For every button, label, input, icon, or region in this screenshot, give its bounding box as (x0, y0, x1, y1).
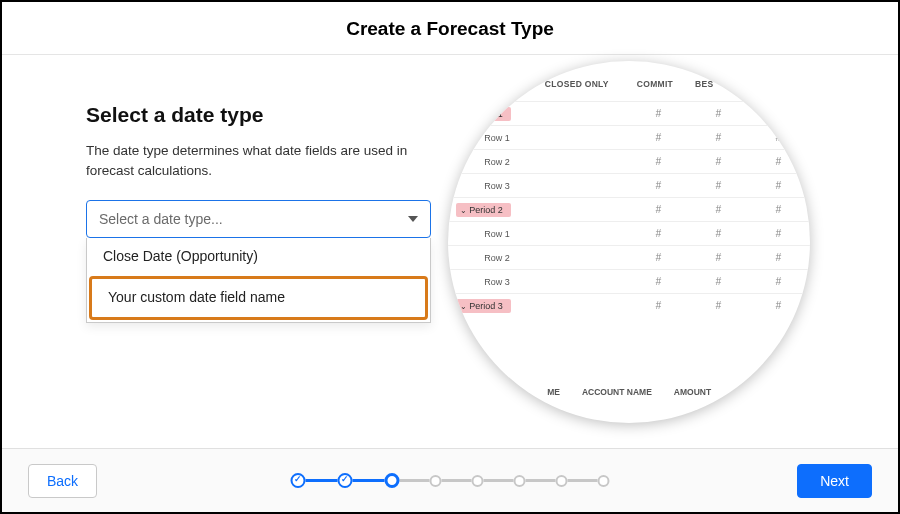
period-label: ⌄Period 2 (456, 203, 511, 217)
progress-stepper (291, 473, 610, 488)
cell-hash: # (688, 228, 748, 239)
cell-hash: # (748, 276, 808, 287)
col-header: BES (695, 79, 713, 89)
option-custom-date[interactable]: Your custom date field name (89, 276, 428, 320)
cell-hash: # (748, 204, 808, 215)
row-label: Row 1 (448, 133, 540, 143)
cell-hash: # (628, 276, 688, 287)
col-header: COMMIT (637, 79, 673, 89)
cell-hash: # (748, 300, 808, 311)
next-button[interactable]: Next (797, 464, 872, 498)
col-header: CLOSED ONLY (545, 79, 609, 89)
row-label: Row 1 (448, 229, 540, 239)
cell-hash: # (688, 132, 748, 143)
cell-hash: # (628, 132, 688, 143)
row-label: Row 3 (448, 277, 540, 287)
row-label: Row 2 (448, 253, 540, 263)
data-row: Row 2### (448, 149, 810, 173)
cell-hash: # (628, 108, 688, 119)
period-row: ⌄Period 1### (448, 101, 810, 125)
back-button[interactable]: Back (28, 464, 97, 498)
date-type-select[interactable]: Select a date type... (86, 200, 431, 238)
cell-hash: # (688, 156, 748, 167)
cell-hash: # (628, 204, 688, 215)
period-row: ⌄Period 3### (448, 293, 810, 317)
step-dot[interactable] (291, 473, 306, 488)
cell-hash: # (628, 300, 688, 311)
period-row: ⌄Period 2### (448, 197, 810, 221)
cell-hash: # (628, 252, 688, 263)
data-row: Row 3### (448, 173, 810, 197)
data-row: Row 1### (448, 125, 810, 149)
option-close-date[interactable]: Close Date (Opportunity) (87, 238, 430, 276)
cell-hash: # (748, 252, 808, 263)
col-header: ACCOUNT NAME (582, 387, 652, 397)
data-row: Row 3### (448, 269, 810, 293)
chevron-down-icon: ⌄ (460, 302, 467, 311)
cell-hash: # (748, 180, 808, 191)
cell-hash: # (688, 204, 748, 215)
step-connector (306, 479, 338, 482)
chevron-down-icon: ⌄ (460, 206, 467, 215)
period-label: ⌄Period 1 (456, 107, 511, 121)
row-label: Row 2 (448, 157, 540, 167)
cell-hash: # (688, 108, 748, 119)
cell-hash: # (688, 276, 748, 287)
step-connector (442, 479, 472, 482)
col-header: ME (547, 387, 560, 397)
row-label: Row 3 (448, 181, 540, 191)
period-label: ⌄Period 3 (456, 299, 511, 313)
step-connector (400, 479, 430, 482)
data-row: Row 2### (448, 245, 810, 269)
wizard-footer: Back Next (2, 448, 898, 512)
col-header: AMOUNT (674, 387, 711, 397)
preview-panel: CLOSED ONLY COMMIT BES ⌄Period 1###Row 1… (414, 55, 898, 435)
date-type-dropdown: Close Date (Opportunity) Your custom dat… (86, 238, 431, 323)
preview-column-headers: CLOSED ONLY COMMIT BES (448, 79, 810, 89)
preview-circle: CLOSED ONLY COMMIT BES ⌄Period 1###Row 1… (448, 61, 810, 423)
step-connector (353, 479, 385, 482)
cell-hash: # (748, 108, 808, 119)
preview-bottom-headers: ME ACCOUNT NAME AMOUNT (448, 387, 810, 397)
step-dot[interactable] (472, 475, 484, 487)
step-connector (484, 479, 514, 482)
step-description: The date type determines what date field… (86, 141, 414, 182)
page-title: Create a Forecast Type (2, 2, 898, 55)
cell-hash: # (748, 132, 808, 143)
cell-hash: # (688, 300, 748, 311)
step-dot[interactable] (338, 473, 353, 488)
data-row: Row 1### (448, 221, 810, 245)
step-dot[interactable] (430, 475, 442, 487)
cell-hash: # (748, 156, 808, 167)
cell-hash: # (628, 228, 688, 239)
step-dot[interactable] (514, 475, 526, 487)
left-panel: Select a date type The date type determi… (2, 55, 414, 435)
step-dot[interactable] (385, 473, 400, 488)
cell-hash: # (748, 228, 808, 239)
cell-hash: # (688, 180, 748, 191)
cell-hash: # (688, 252, 748, 263)
step-connector (568, 479, 598, 482)
step-connector (526, 479, 556, 482)
cell-hash: # (628, 180, 688, 191)
select-placeholder: Select a date type... (99, 211, 223, 227)
step-dot[interactable] (556, 475, 568, 487)
cell-hash: # (628, 156, 688, 167)
chevron-down-icon: ⌄ (460, 110, 467, 119)
step-heading: Select a date type (86, 103, 414, 127)
step-dot[interactable] (598, 475, 610, 487)
